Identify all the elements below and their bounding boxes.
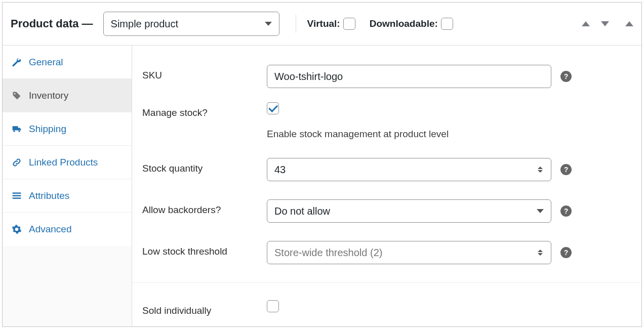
panel-arrows [582, 21, 633, 26]
sku-input-value: Woo-tshirt-logo [274, 71, 343, 83]
tab-label: Attributes [29, 190, 69, 201]
backorders-select[interactable]: Do not allow [267, 199, 551, 223]
tab-label: Inventory [29, 90, 68, 101]
panel-header: Product data — Simple product Virtual: D… [3, 3, 641, 46]
sku-label: SKU [142, 65, 267, 81]
sold-individually-row: Sold individually Enable this to only al… [132, 282, 641, 326]
inventory-panel: SKU Woo-tshirt-logo ? Manage stock? Enab… [132, 46, 641, 326]
svg-rect-3 [13, 192, 21, 194]
manage-stock-checkbox[interactable] [267, 102, 279, 114]
wrench-icon [12, 57, 22, 67]
stock-qty-row: Stock quantity 43 ? [132, 147, 641, 188]
list-icon [12, 191, 22, 201]
svg-point-1 [13, 130, 15, 132]
tab-label: Linked Products [29, 157, 98, 168]
tab-inventory[interactable]: Inventory [3, 79, 132, 112]
svg-point-2 [18, 130, 20, 132]
manage-stock-row: Manage stock? Enable stock management at… [132, 95, 641, 147]
number-spinner-icon[interactable] [537, 167, 544, 173]
link-icon [12, 157, 22, 168]
divider [296, 15, 296, 33]
virtual-label: Virtual: [307, 18, 340, 29]
stock-qty-input[interactable]: 43 [267, 158, 551, 181]
chevron-down-icon [537, 209, 544, 213]
tab-shipping[interactable]: Shipping [3, 112, 132, 146]
manage-stock-help: Enable stock management at product level [267, 129, 449, 140]
move-down-icon[interactable] [601, 21, 609, 26]
product-data-panel: Product data — Simple product Virtual: D… [2, 2, 642, 327]
sku-input[interactable]: Woo-tshirt-logo [267, 65, 551, 88]
help-icon[interactable]: ? [560, 247, 572, 258]
tab-label: Shipping [29, 124, 66, 135]
help-icon[interactable]: ? [560, 205, 572, 217]
sold-individually-label: Sold individually [142, 300, 267, 316]
svg-rect-5 [13, 197, 21, 199]
tag-icon [12, 91, 22, 101]
backorders-value: Do not allow [274, 205, 330, 217]
low-stock-label: Low stock threshold [142, 241, 267, 257]
collapse-icon[interactable] [625, 21, 633, 26]
product-type-select[interactable]: Simple product [103, 12, 279, 36]
help-icon[interactable]: ? [560, 164, 572, 175]
product-data-tabs: General Inventory Shipping Linked Produc… [3, 46, 132, 326]
downloadable-checkbox[interactable] [441, 18, 453, 30]
tab-label: General [29, 57, 63, 68]
tab-label: Advanced [29, 224, 72, 235]
svg-point-0 [14, 93, 16, 94]
tab-advanced[interactable]: Advanced [3, 213, 132, 246]
product-flags: Virtual: Downloadable: [307, 18, 453, 30]
backorders-label: Allow backorders? [142, 199, 267, 216]
svg-rect-4 [13, 195, 21, 196]
chevron-down-icon [265, 22, 272, 26]
move-up-icon[interactable] [582, 21, 590, 26]
virtual-checkbox[interactable] [343, 18, 355, 30]
backorders-row: Allow backorders? Do not allow ? [132, 188, 641, 230]
sold-individually-checkbox[interactable] [267, 300, 279, 312]
virtual-toggle[interactable]: Virtual: [307, 18, 355, 30]
low-stock-placeholder: Store-wide threshold (2) [274, 247, 382, 259]
tab-attributes[interactable]: Attributes [3, 179, 132, 213]
downloadable-label: Downloadable: [370, 18, 438, 29]
product-type-value: Simple product [111, 18, 178, 30]
tab-linked-products[interactable]: Linked Products [3, 146, 132, 179]
gear-icon [12, 224, 22, 234]
low-stock-row: Low stock threshold Store-wide threshold… [132, 230, 641, 271]
sku-row: SKU Woo-tshirt-logo ? [132, 58, 641, 95]
truck-icon [12, 124, 22, 134]
tab-general[interactable]: General [3, 46, 132, 79]
stock-qty-value: 43 [274, 164, 286, 176]
stock-qty-label: Stock quantity [142, 158, 267, 174]
downloadable-toggle[interactable]: Downloadable: [370, 18, 453, 30]
panel-title: Product data — [11, 17, 93, 30]
low-stock-input[interactable]: Store-wide threshold (2) [267, 241, 551, 264]
number-spinner-icon[interactable] [537, 250, 544, 256]
manage-stock-label: Manage stock? [142, 102, 267, 118]
help-icon[interactable]: ? [560, 71, 572, 82]
